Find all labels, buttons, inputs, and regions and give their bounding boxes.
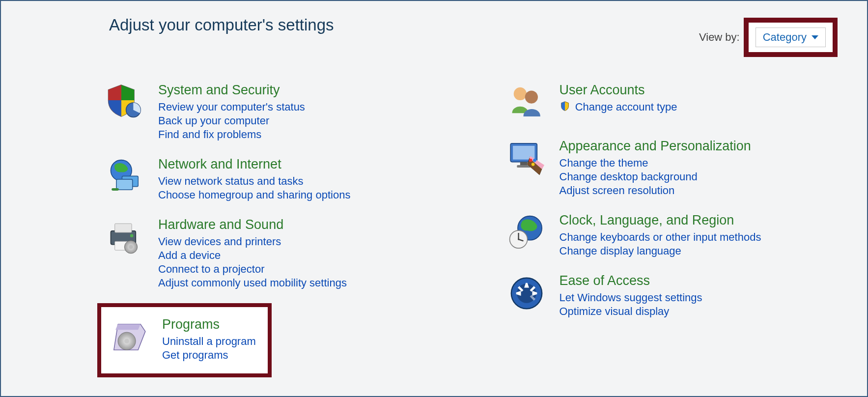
ease-of-access-icon [505, 272, 548, 314]
category-link-user-accounts[interactable]: User Accounts [560, 83, 677, 98]
link-uninstall-program[interactable]: Uninstall a program [162, 335, 256, 348]
view-by-area: View by: Category [699, 18, 838, 57]
link-review-status[interactable]: Review your computer's status [158, 101, 305, 113]
svg-rect-3 [116, 179, 133, 190]
programs-highlight: Programs Uninstall a program Get program… [97, 303, 272, 377]
svg-rect-17 [520, 162, 527, 166]
svg-point-13 [513, 87, 526, 100]
link-homegroup-sharing[interactable]: Choose homegroup and sharing options [158, 189, 350, 201]
link-add-device[interactable]: Add a device [158, 249, 347, 262]
category-appearance: Appearance and Personalization Change th… [505, 138, 848, 198]
category-link-clock-language-region[interactable]: Clock, Language, and Region [560, 213, 761, 228]
category-link-ease-of-access[interactable]: Ease of Access [560, 273, 702, 288]
category-user-accounts: User Accounts Change account type [505, 82, 848, 124]
link-screen-resolution[interactable]: Adjust screen resolution [560, 184, 751, 197]
link-change-keyboards[interactable]: Change keyboards or other input methods [560, 231, 761, 244]
control-panel-window: Adjust your computer's settings View by:… [0, 0, 868, 397]
category-link-programs[interactable]: Programs [162, 317, 256, 332]
link-change-account-type-text: Change account type [575, 101, 677, 113]
chevron-down-icon [812, 35, 818, 39]
category-programs: Programs Uninstall a program Get program… [108, 316, 256, 363]
svg-rect-4 [112, 188, 119, 191]
category-link-appearance[interactable]: Appearance and Personalization [560, 139, 751, 154]
link-optimize-visual[interactable]: Optimize visual display [560, 305, 702, 318]
svg-point-22 [531, 163, 534, 166]
svg-point-10 [129, 245, 133, 249]
globe-clock-icon [505, 212, 548, 254]
link-network-status[interactable]: View network status and tasks [158, 175, 350, 188]
view-by-value: Category [763, 31, 807, 44]
view-by-dropdown[interactable]: Category [756, 28, 826, 47]
link-find-fix-problems[interactable]: Find and fix problems [158, 128, 305, 141]
uac-shield-icon [560, 101, 570, 114]
category-system-and-security: System and Security Review your computer… [104, 82, 447, 142]
people-icon [505, 82, 548, 124]
svg-point-27 [517, 238, 519, 240]
page-title: Adjust your computer's settings [109, 16, 699, 34]
programs-box-icon [108, 316, 150, 358]
view-by-label: View by: [699, 31, 740, 44]
view-by-highlight: Category [744, 18, 838, 57]
link-windows-suggest[interactable]: Let Windows suggest settings [560, 291, 702, 304]
link-backup-computer[interactable]: Back up your computer [158, 114, 305, 127]
link-change-theme[interactable]: Change the theme [560, 157, 751, 170]
svg-point-20 [529, 159, 532, 162]
svg-point-21 [533, 159, 536, 162]
category-ease-of-access: Ease of Access Let Windows suggest setti… [505, 272, 848, 319]
link-change-account-type[interactable]: Change account type [560, 101, 677, 114]
svg-point-12 [124, 339, 129, 343]
link-devices-printers[interactable]: View devices and printers [158, 235, 347, 248]
svg-rect-6 [115, 224, 132, 232]
category-hardware-and-sound: Hardware and Sound View devices and prin… [104, 216, 447, 290]
svg-point-8 [130, 234, 134, 237]
shield-icon [104, 82, 146, 124]
category-clock-language-region: Clock, Language, and Region Change keybo… [505, 212, 848, 258]
link-mobility-settings[interactable]: Adjust commonly used mobility settings [158, 277, 347, 289]
category-link-network-and-internet[interactable]: Network and Internet [158, 157, 350, 172]
globe-network-icon [104, 156, 146, 198]
link-get-programs[interactable]: Get programs [162, 349, 256, 362]
svg-point-14 [525, 90, 537, 103]
printer-icon [104, 216, 146, 258]
monitor-paint-icon [505, 138, 548, 180]
link-display-language[interactable]: Change display language [560, 245, 761, 257]
category-network-and-internet: Network and Internet View network status… [104, 156, 447, 202]
link-connect-projector[interactable]: Connect to a projector [158, 263, 347, 276]
link-change-background[interactable]: Change desktop background [560, 170, 751, 183]
category-link-hardware-and-sound[interactable]: Hardware and Sound [158, 217, 347, 232]
category-link-system-and-security[interactable]: System and Security [158, 83, 305, 98]
